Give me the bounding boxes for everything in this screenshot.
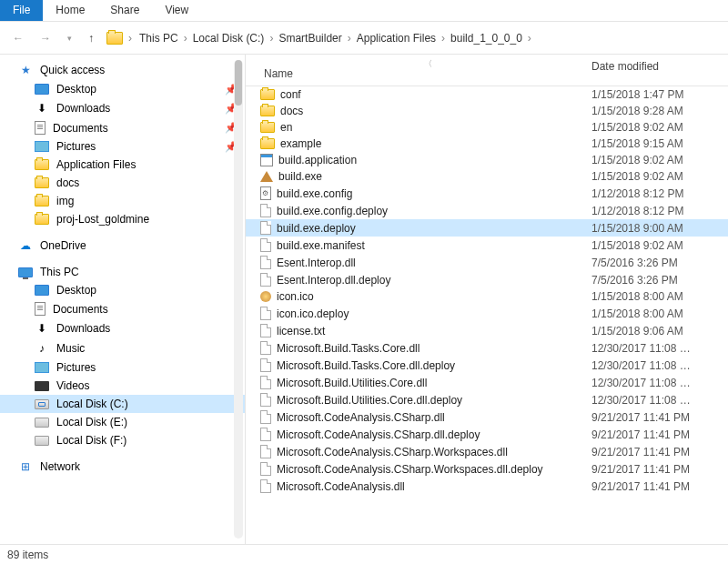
file-name: icon.ico.deploy	[277, 307, 592, 320]
file-list[interactable]: conf1/15/2018 1:47 PMdocs1/15/2018 9:28 …	[246, 86, 728, 544]
file-date: 1/15/2018 9:02 AM	[592, 239, 728, 252]
file-row[interactable]: build.exe.config.deploy1/12/2018 8:12 PM	[246, 202, 728, 219]
tree-label: Application Files	[56, 158, 136, 171]
file-icon	[260, 393, 271, 407]
file-icon	[260, 273, 271, 287]
file-name: example	[280, 137, 592, 150]
tree-item[interactable]: ♪Music	[0, 338, 245, 358]
application-icon	[260, 154, 273, 166]
file-row[interactable]: build.exe.deploy1/15/2018 9:00 AM	[246, 219, 728, 237]
tree-item[interactable]: docs	[0, 174, 245, 192]
breadcrumb-segment[interactable]: build_1_0_0_0	[449, 30, 524, 46]
chevron-right-icon[interactable]: ›	[266, 32, 277, 45]
file-row[interactable]: Microsoft.Build.Utilities.Core.dll.deplo…	[246, 391, 728, 408]
file-date: 1/15/2018 9:02 AM	[592, 121, 728, 134]
file-row[interactable]: Microsoft.Build.Utilities.Core.dll12/30/…	[246, 374, 728, 391]
nav-back[interactable]: ←	[9, 30, 27, 46]
breadcrumb-segment[interactable]: SmartBuilder	[277, 30, 343, 46]
tree-label: This PC	[40, 266, 79, 278]
tree-label: Desktop	[56, 284, 96, 297]
folder-icon	[35, 196, 49, 206]
tree-item[interactable]: Local Disk (E:)	[0, 413, 245, 431]
file-row[interactable]: Esent.Interop.dll7/5/2016 3:26 PM	[246, 254, 728, 271]
tab-home[interactable]: Home	[43, 0, 97, 21]
chevron-right-icon[interactable]: ›	[180, 32, 191, 45]
file-row[interactable]: conf1/15/2018 1:47 PM	[246, 86, 728, 103]
tree-item[interactable]: ⬇Downloads📌	[0, 98, 245, 118]
tree-item[interactable]: Local Disk (F:)	[0, 431, 245, 449]
tree-item[interactable]: Pictures	[0, 358, 245, 377]
file-row[interactable]: build.exe1/15/2018 9:02 AM	[246, 168, 728, 185]
tab-file[interactable]: File	[0, 0, 43, 21]
file-icon	[260, 479, 271, 493]
file-date: 1/15/2018 9:00 AM	[592, 222, 728, 235]
file-row[interactable]: Esent.Interop.dll.deploy7/5/2016 3:26 PM	[246, 271, 728, 288]
file-row[interactable]: build.exe.config1/12/2018 8:12 PM	[246, 185, 728, 202]
tab-view[interactable]: View	[152, 0, 201, 21]
file-pane: 〈 Name Date modified conf1/15/2018 1:47 …	[246, 55, 728, 544]
chevron-right-icon[interactable]: ›	[125, 32, 136, 45]
tree-label: Pictures	[56, 140, 96, 153]
file-row[interactable]: en1/15/2018 9:02 AM	[246, 119, 728, 136]
file-row[interactable]: Microsoft.CodeAnalysis.CSharp.dll9/21/20…	[246, 408, 728, 426]
scrollbar[interactable]	[234, 60, 243, 539]
nav-recent[interactable]: ▾	[64, 32, 76, 45]
file-row[interactable]: Microsoft.Build.Tasks.Core.dll.deploy12/…	[246, 357, 728, 374]
file-icon	[260, 238, 271, 252]
tree-item[interactable]: Documents📌	[0, 118, 245, 137]
file-date: 12/30/2017 11:08 …	[592, 342, 728, 355]
tab-share[interactable]: Share	[97, 0, 152, 21]
desktop-icon	[35, 84, 49, 95]
tree-item[interactable]: Local Disk (C:)	[0, 395, 245, 413]
document-icon	[35, 302, 46, 316]
tree-item[interactable]: img	[0, 192, 245, 210]
file-row[interactable]: icon.ico1/15/2018 8:00 AM	[246, 288, 728, 305]
file-row[interactable]: icon.ico.deploy1/15/2018 8:00 AM	[246, 305, 728, 322]
breadcrumb[interactable]: › This PC›Local Disk (C:)›SmartBuilder›A…	[106, 32, 535, 45]
col-name[interactable]: 〈 Name	[246, 60, 592, 80]
nav-up[interactable]: ↑	[85, 30, 97, 46]
tree-item[interactable]: proj-Lost_goldmine	[0, 210, 245, 228]
tree-onedrive[interactable]: ☁ OneDrive	[0, 236, 245, 256]
file-row[interactable]: license.txt1/15/2018 9:06 AM	[246, 322, 728, 339]
tree-this-pc[interactable]: This PC	[0, 263, 245, 281]
file-row[interactable]: Microsoft.Build.Tasks.Core.dll12/30/2017…	[246, 339, 728, 357]
file-row[interactable]: Microsoft.CodeAnalysis.CSharp.Workspaces…	[246, 443, 728, 460]
file-row[interactable]: Microsoft.CodeAnalysis.CSharp.dll.deploy…	[246, 426, 728, 443]
file-row[interactable]: example1/15/2018 9:15 AM	[246, 136, 728, 152]
tree-item[interactable]: Desktop📌	[0, 80, 245, 98]
video-icon	[35, 381, 49, 391]
pictures-icon	[35, 141, 49, 152]
file-date: 1/15/2018 9:15 AM	[592, 137, 728, 150]
file-name: Microsoft.CodeAnalysis.CSharp.Workspaces…	[277, 446, 592, 458]
nav-forward[interactable]: →	[36, 30, 55, 46]
chevron-right-icon[interactable]: ›	[438, 32, 449, 45]
file-row[interactable]: build.application1/15/2018 9:02 AM	[246, 152, 728, 168]
ribbon-tabs: File Home Share View	[0, 0, 728, 22]
tree-item[interactable]: Pictures📌	[0, 137, 245, 156]
tree-item[interactable]: Application Files	[0, 156, 245, 174]
file-row[interactable]: Microsoft.CodeAnalysis.CSharp.Workspaces…	[246, 460, 728, 478]
tree-network[interactable]: ⊞ Network	[0, 457, 245, 477]
chevron-right-icon[interactable]: ›	[344, 32, 355, 45]
tree-item[interactable]: ⬇Downloads	[0, 318, 245, 338]
tree-label: docs	[56, 176, 79, 189]
chevron-right-icon[interactable]: ›	[524, 32, 535, 45]
tree-quick-access[interactable]: ★ Quick access	[0, 60, 245, 80]
folder-icon	[260, 122, 275, 133]
config-icon	[260, 186, 271, 200]
tree-label: Desktop	[56, 83, 96, 96]
tree-item[interactable]: Videos	[0, 377, 245, 395]
tree-item[interactable]: Desktop	[0, 281, 245, 299]
file-icon	[260, 445, 271, 458]
col-date[interactable]: Date modified	[592, 60, 728, 80]
file-row[interactable]: build.exe.manifest1/15/2018 9:02 AM	[246, 237, 728, 254]
file-row[interactable]: docs1/15/2018 9:28 AM	[246, 103, 728, 119]
nav-tree: ★ Quick access Desktop📌⬇Downloads📌Docume…	[0, 55, 246, 544]
tree-item[interactable]: Documents	[0, 299, 245, 318]
breadcrumb-segment[interactable]: Application Files	[355, 30, 438, 46]
file-row[interactable]: Microsoft.CodeAnalysis.dll9/21/2017 11:4…	[246, 478, 728, 495]
breadcrumb-segment[interactable]: This PC	[137, 30, 180, 46]
file-name: Microsoft.CodeAnalysis.dll	[277, 480, 592, 493]
breadcrumb-segment[interactable]: Local Disk (C:)	[191, 30, 267, 46]
